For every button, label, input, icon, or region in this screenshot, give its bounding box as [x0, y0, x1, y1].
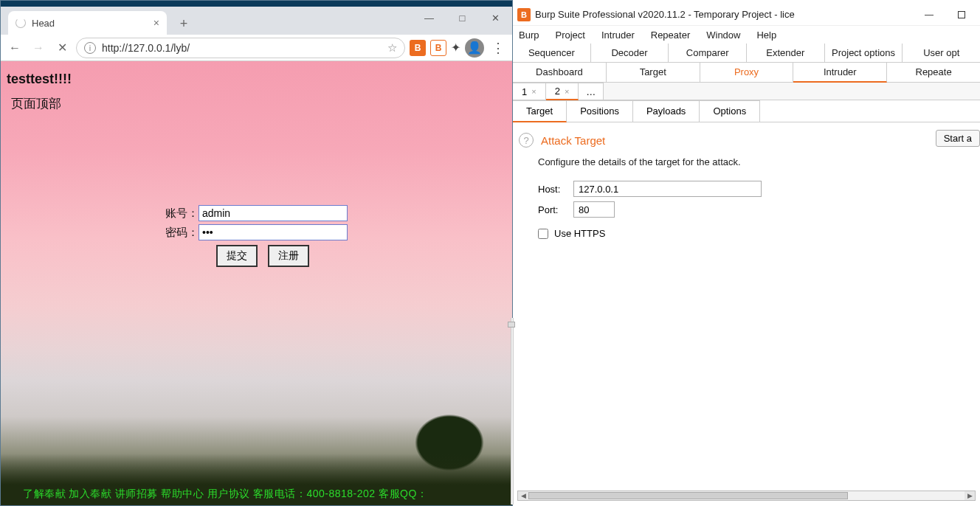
subtab-payloads[interactable]: Payloads: [633, 100, 700, 122]
subtab-options[interactable]: Options: [700, 100, 760, 122]
tab-proxy[interactable]: Proxy: [700, 63, 794, 82]
horizontal-scrollbar[interactable]: ◀ ▶: [517, 491, 976, 501]
tab-sequencer[interactable]: Sequencer: [513, 44, 591, 62]
tab-extender[interactable]: Extender: [747, 44, 825, 62]
chrome-window: Head × + — □ ✕ ← → ✕ i ☆ B B ✦ 👤 ⋮ testt…: [0, 0, 513, 506]
port-input[interactable]: [573, 201, 615, 218]
intruder-instance-tabs: 1× 2× …: [513, 83, 980, 100]
password-label: 密码：: [156, 226, 199, 240]
start-attack-button[interactable]: Start a: [936, 130, 980, 147]
page-heading: testtest!!!!: [7, 72, 72, 87]
username-input[interactable]: [199, 205, 348, 221]
menu-window[interactable]: Window: [706, 30, 740, 41]
host-input[interactable]: [573, 181, 762, 197]
browser-top-stripe: [1, 1, 512, 7]
burp-titlebar: B Burp Suite Professional v2020.11.2 - T…: [513, 4, 980, 26]
section-description: Configure the details of the target for …: [538, 156, 974, 167]
use-https-checkbox[interactable]: [538, 229, 548, 239]
stop-reload-button[interactable]: ✕: [52, 38, 72, 58]
register-button[interactable]: 注册: [268, 245, 309, 267]
instance-tab-more[interactable]: …: [579, 83, 604, 100]
tab-project-options[interactable]: Project options: [825, 44, 903, 62]
host-label: Host:: [538, 184, 567, 195]
window-controls: — □ ✕: [413, 7, 512, 29]
omnibox[interactable]: i ☆: [76, 38, 405, 58]
maximize-button[interactable]: □: [446, 7, 479, 29]
extensions-puzzle-icon[interactable]: ✦: [451, 41, 460, 55]
help-icon[interactable]: ?: [519, 133, 534, 148]
menu-intruder[interactable]: Intruder: [601, 30, 635, 41]
menu-repeater[interactable]: Repeater: [651, 30, 690, 41]
burp-menubar: Burp Project Intruder Repeater Window He…: [513, 26, 980, 44]
intruder-target-panel: ? Attack Target Start a Configure the de…: [513, 122, 980, 245]
scroll-right-icon[interactable]: ▶: [965, 491, 975, 500]
burp-maximize-button[interactable]: [948, 6, 976, 24]
tab-intruder[interactable]: Intruder: [793, 63, 887, 83]
tab-target[interactable]: Target: [607, 63, 700, 82]
address-bar: ← → ✕ i ☆ B B ✦ 👤 ⋮: [1, 35, 512, 61]
username-label: 账号：: [156, 207, 199, 221]
menu-burp[interactable]: Burp: [519, 30, 539, 41]
instance-tab-2[interactable]: 2×: [546, 83, 579, 100]
burp-extension-icon[interactable]: B: [410, 40, 426, 56]
intruder-subtabs: Target Positions Payloads Options: [513, 100, 980, 122]
tab-strip: Head × + — □ ✕: [1, 7, 512, 35]
password-input[interactable]: [199, 224, 348, 240]
instance-tab-1[interactable]: 1×: [513, 83, 546, 100]
tab-title: Head: [32, 18, 55, 29]
browser-tab[interactable]: Head ×: [8, 11, 167, 35]
subtab-target[interactable]: Target: [513, 100, 567, 122]
instance-tab-2-label: 2: [555, 86, 560, 97]
burp-app-icon: B: [517, 8, 531, 21]
close-icon[interactable]: ×: [531, 87, 536, 96]
tab-repeater[interactable]: Repeate: [887, 63, 980, 82]
profile-avatar-icon[interactable]: 👤: [465, 38, 484, 58]
burp-window: B Burp Suite Professional v2020.11.2 - T…: [513, 4, 980, 502]
loading-spinner-icon: [15, 18, 26, 28]
section-title: Attack Target: [541, 134, 605, 147]
scroll-left-icon[interactable]: ◀: [518, 491, 528, 500]
burp-extension-alt-icon[interactable]: B: [430, 40, 446, 56]
close-window-button[interactable]: ✕: [479, 7, 512, 29]
pane-divider-handle[interactable]: [508, 322, 515, 327]
burp-minimize-button[interactable]: —: [915, 6, 943, 24]
menu-project[interactable]: Project: [555, 30, 584, 41]
page-content: testtest!!!! 页面顶部 账号： 密码： 提交 注册 了解奉献 加入奉…: [1, 61, 512, 505]
minimize-button[interactable]: —: [413, 7, 446, 29]
tab-close-icon[interactable]: ×: [153, 17, 159, 29]
tab-comparer[interactable]: Comparer: [669, 44, 747, 62]
chrome-menu-icon[interactable]: ⋮: [489, 40, 508, 56]
tab-dashboard[interactable]: Dashboard: [513, 63, 607, 82]
submit-button[interactable]: 提交: [216, 245, 258, 267]
page-footer-text: 了解奉献 加入奉献 讲师招募 帮助中心 用户协议 客服电话：400-8818-2…: [23, 488, 427, 501]
burp-tool-tabs-row1: Sequencer Decoder Comparer Extender Proj…: [513, 44, 980, 63]
page-viewport: testtest!!!! 页面顶部 账号： 密码： 提交 注册 了解奉献 加入奉…: [1, 61, 512, 505]
pane-divider[interactable]: [511, 318, 514, 505]
new-tab-button[interactable]: +: [173, 13, 195, 35]
port-label: Port:: [538, 204, 567, 215]
page-subheading: 页面顶部: [11, 95, 61, 112]
subtab-positions[interactable]: Positions: [567, 100, 633, 122]
use-https-label: Use HTTPS: [554, 228, 605, 239]
menu-help[interactable]: Help: [756, 30, 776, 41]
burp-tool-tabs-row2: Dashboard Target Proxy Intruder Repeate: [513, 63, 980, 83]
forward-button: →: [29, 38, 48, 58]
instance-tab-1-label: 1: [522, 86, 527, 97]
url-input[interactable]: [102, 42, 382, 54]
bookmark-star-icon[interactable]: ☆: [387, 41, 397, 55]
burp-title-text: Burp Suite Professional v2020.11.2 - Tem…: [535, 9, 911, 20]
close-icon[interactable]: ×: [565, 87, 569, 96]
site-info-icon[interactable]: i: [84, 42, 96, 54]
tab-user-options[interactable]: User opt: [903, 44, 980, 62]
scroll-thumb[interactable]: [528, 492, 848, 499]
tab-decoder[interactable]: Decoder: [591, 44, 669, 62]
login-form: 账号： 密码： 提交 注册: [156, 205, 348, 267]
back-button[interactable]: ←: [5, 38, 24, 58]
